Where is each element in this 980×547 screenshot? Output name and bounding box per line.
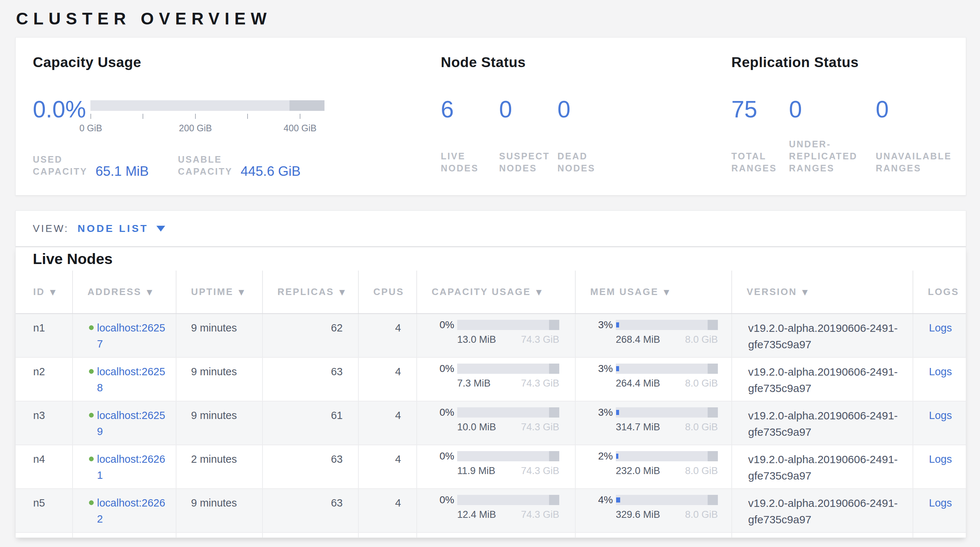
uptime-cell: 9 minutes <box>176 314 262 357</box>
mem-percent: 4% <box>590 494 613 506</box>
node-id-cell: n2 <box>16 358 72 401</box>
mem-percent: 3% <box>590 407 613 418</box>
column-header-cpus: CPUS <box>358 270 416 313</box>
capacity-usage-cell: 0% 13.0 MiB 74.3 GiB <box>416 314 575 357</box>
node-address-link[interactable]: localhost:26262 <box>97 495 167 532</box>
node-address-cell: localhost:26257 <box>72 314 176 357</box>
stat-label-line: NODES <box>441 162 499 174</box>
mem-percent: 2% <box>590 450 613 462</box>
view-selector-dropdown[interactable]: NODE LIST <box>78 223 165 234</box>
logs-link[interactable]: Logs <box>929 410 952 421</box>
stat-label-line: REPLICATED <box>789 150 876 162</box>
table-row: n2 localhost:26258 9 minutes 63 4 0% 7.3… <box>16 357 966 401</box>
column-header-uptime[interactable]: UPTIME▼ <box>176 270 262 313</box>
node-address-cell: localhost:26258 <box>72 358 176 401</box>
used-capacity-value: 65.1 MiB <box>95 164 149 179</box>
capacity-bar <box>457 364 559 374</box>
logs-link[interactable]: Logs <box>929 366 952 377</box>
mem-bar-fill <box>616 498 620 502</box>
capacity-percent: 0% <box>432 319 454 331</box>
table-row: n5 localhost:26262 9 minutes 63 4 0% 12.… <box>16 488 966 532</box>
logs-link[interactable]: Logs <box>929 322 952 334</box>
unavailable-ranges-value: 0 <box>876 97 963 122</box>
column-header-capacity-usage[interactable]: CAPACITY USAGE▼ <box>416 270 575 313</box>
dead-nodes-stat: 0 DEAD NODES <box>557 97 616 174</box>
capacity-percent: 0% <box>432 450 454 462</box>
capacity-bar-endcap <box>549 495 559 505</box>
sort-desc-icon: ▼ <box>802 288 809 296</box>
view-label: VIEW: <box>33 223 69 234</box>
node-address-link[interactable]: localhost:26259 <box>97 407 167 445</box>
node-id-cell: n1 <box>16 314 72 357</box>
axis-tick-label: 400 GiB <box>284 122 317 134</box>
version-cell: v19.2.0-alpha.20190606-2491-gfe735c9a97 <box>731 445 913 488</box>
column-header-id[interactable]: ID▼ <box>16 270 72 313</box>
mem-bar-fill <box>616 366 619 371</box>
version-cell: v19.2.0-alpha.20190606-2491-gfe735c9a97 <box>731 489 913 532</box>
version-text: v19.2.0-alpha.20190606-2491-gfe735c9a97 <box>748 364 910 396</box>
mem-max-value: 8.0 GiB <box>685 421 718 433</box>
node-address-link[interactable]: localhost:26261 <box>97 451 167 488</box>
logs-link[interactable]: Logs <box>929 453 952 465</box>
stat-label-line: RANGES <box>731 162 789 174</box>
capacity-usage-heading: Capacity Usage <box>33 54 354 71</box>
cpus-cell: 4 <box>358 358 416 401</box>
column-header-replicas[interactable]: REPLICAS▼ <box>262 270 358 313</box>
table-header-row: ID▼ ADDRESS▼ UPTIME▼ REPLICAS▼ CPUS CAPA… <box>16 270 966 313</box>
capacity-used-value: 10.0 MiB <box>457 421 496 433</box>
table-body: n1 localhost:26257 9 minutes 62 4 0% 13.… <box>16 313 966 532</box>
version-cell: v19.2.0-alpha.20190606-2491-gfe735c9a97 <box>731 401 913 445</box>
mem-usage-cell: 3% 264.4 MiB 8.0 GiB <box>575 358 731 401</box>
mem-bar-endcap <box>708 407 718 418</box>
logs-link[interactable]: Logs <box>929 497 952 509</box>
under-replicated-value: 0 <box>789 97 876 122</box>
version-cell: v19.2.0-alpha.20190606-2491-gfe735c9a97 <box>731 314 913 357</box>
total-ranges-stat: 75 TOTAL RANGES <box>731 97 789 174</box>
mem-max-value: 8.0 GiB <box>685 464 718 477</box>
capacity-usage-section: Capacity Usage 0.0% 0 GiB 200 GiB <box>33 38 354 195</box>
node-status-heading: Node Status <box>441 54 645 71</box>
node-address-cell: localhost:26262 <box>72 489 176 532</box>
capacity-percent-value: 0.0% <box>33 97 91 122</box>
uptime-cell: 2 minutes <box>176 445 262 488</box>
capacity-bar-endcap <box>549 364 559 374</box>
capacity-max-value: 74.3 GiB <box>521 333 559 346</box>
mem-percent: 3% <box>590 363 613 375</box>
mem-bar-endcap <box>708 451 718 461</box>
mem-bar <box>616 495 718 505</box>
view-selected-value: NODE LIST <box>78 223 148 234</box>
live-nodes-value: 6 <box>441 97 499 122</box>
live-status-icon <box>89 413 94 418</box>
mem-bar <box>616 451 718 461</box>
live-nodes-heading: Live Nodes <box>33 250 966 269</box>
suspect-nodes-value: 0 <box>499 97 557 122</box>
logs-cell: Logs <box>913 401 966 445</box>
stat-label-line: CAPACITY <box>33 165 88 178</box>
sort-desc-icon: ▼ <box>536 288 542 296</box>
stat-label-line: TOTAL <box>731 150 789 162</box>
total-ranges-value: 75 <box>731 97 789 122</box>
column-header-version[interactable]: VERSION▼ <box>731 270 913 313</box>
node-address-link[interactable]: localhost:26258 <box>97 364 167 401</box>
column-header-mem-usage[interactable]: MEM USAGE▼ <box>575 270 731 313</box>
column-header-address[interactable]: ADDRESS▼ <box>72 270 176 313</box>
stat-label-line: UNAVAILABLE <box>876 150 963 162</box>
mem-used-value: 329.6 MiB <box>616 508 660 521</box>
mem-used-value: 264.4 MiB <box>616 377 660 390</box>
node-id-cell: n4 <box>16 445 72 488</box>
capacity-used-value: 7.3 MiB <box>457 377 491 390</box>
stat-label-line: CAPACITY <box>178 165 232 178</box>
stat-label-line: UNDER- <box>789 138 876 150</box>
mem-usage-cell: 3% 314.7 MiB 8.0 GiB <box>575 401 731 445</box>
stat-label-line: LIVE <box>441 150 499 162</box>
node-address-link[interactable]: localhost:26257 <box>97 320 167 357</box>
logs-cell: Logs <box>913 314 966 357</box>
capacity-usage-bar: 0 GiB 200 GiB 400 GiB <box>91 100 325 135</box>
capacity-bar <box>457 451 559 461</box>
capacity-bar <box>457 495 559 505</box>
live-nodes-stat: 6 LIVE NODES <box>441 97 499 174</box>
capacity-max-value: 74.3 GiB <box>521 508 559 521</box>
capacity-bar-endcap <box>549 320 559 330</box>
logs-cell: Logs <box>913 489 966 532</box>
sort-desc-icon: ▼ <box>339 288 345 296</box>
